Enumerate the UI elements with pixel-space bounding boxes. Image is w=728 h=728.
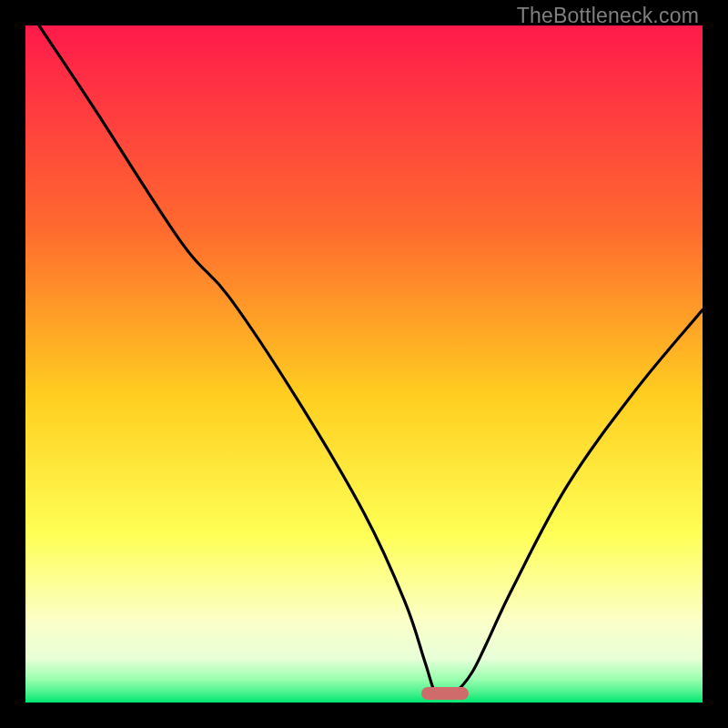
plot-area: [25, 25, 703, 703]
optimal-marker: [421, 687, 469, 700]
background-gradient: [25, 25, 703, 703]
svg-rect-0: [25, 25, 703, 703]
watermark-text: TheBottleneck.com: [517, 4, 699, 28]
chart-frame: [25, 25, 703, 703]
